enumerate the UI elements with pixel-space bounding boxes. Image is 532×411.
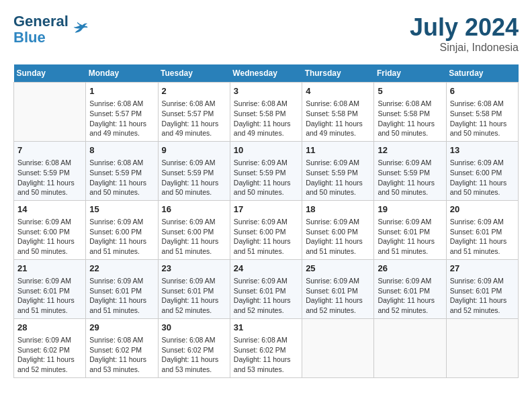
day-details: Sunrise: 6:08 AMSunset: 6:02 PMDaylight:… bbox=[89, 335, 154, 375]
day-number: 18 bbox=[306, 203, 370, 216]
day-number: 3 bbox=[234, 85, 298, 97]
calendar-cell: 23Sunrise: 6:09 AMSunset: 6:01 PMDayligh… bbox=[158, 259, 230, 318]
calendar-cell: 16Sunrise: 6:09 AMSunset: 6:00 PMDayligh… bbox=[158, 200, 230, 259]
calendar-cell: 12Sunrise: 6:09 AMSunset: 5:59 PMDayligh… bbox=[374, 141, 446, 200]
calendar-cell: 13Sunrise: 6:09 AMSunset: 6:00 PMDayligh… bbox=[446, 141, 518, 200]
day-details: Sunrise: 6:09 AMSunset: 6:01 PMDaylight:… bbox=[306, 276, 370, 316]
day-number: 21 bbox=[17, 263, 82, 275]
day-of-week-saturday: Saturday bbox=[446, 64, 518, 83]
day-number: 17 bbox=[234, 203, 298, 216]
calendar-cell: 18Sunrise: 6:09 AMSunset: 6:00 PMDayligh… bbox=[302, 200, 374, 259]
day-details: Sunrise: 6:09 AMSunset: 6:02 PMDaylight:… bbox=[17, 335, 82, 375]
day-number: 28 bbox=[17, 322, 82, 334]
calendar-cell bbox=[14, 83, 86, 142]
day-number: 20 bbox=[450, 203, 515, 216]
week-row-5: 28Sunrise: 6:09 AMSunset: 6:02 PMDayligh… bbox=[14, 318, 519, 377]
day-number: 30 bbox=[162, 322, 226, 334]
calendar-cell: 22Sunrise: 6:09 AMSunset: 6:01 PMDayligh… bbox=[86, 259, 158, 318]
day-details: Sunrise: 6:09 AMSunset: 6:01 PMDaylight:… bbox=[378, 217, 442, 257]
day-of-week-friday: Friday bbox=[374, 64, 446, 83]
calendar-cell: 21Sunrise: 6:09 AMSunset: 6:01 PMDayligh… bbox=[14, 259, 86, 318]
calendar-cell: 1Sunrise: 6:08 AMSunset: 5:57 PMDaylight… bbox=[86, 83, 158, 142]
day-number: 9 bbox=[162, 144, 226, 156]
day-details: Sunrise: 6:09 AMSunset: 6:01 PMDaylight:… bbox=[162, 276, 226, 316]
day-details: Sunrise: 6:08 AMSunset: 5:58 PMDaylight:… bbox=[450, 99, 515, 138]
day-details: Sunrise: 6:09 AMSunset: 6:00 PMDaylight:… bbox=[234, 217, 298, 257]
day-number: 29 bbox=[89, 322, 154, 334]
day-details: Sunrise: 6:09 AMSunset: 5:59 PMDaylight:… bbox=[162, 158, 226, 197]
day-details: Sunrise: 6:09 AMSunset: 6:01 PMDaylight:… bbox=[89, 276, 154, 316]
calendar-cell: 30Sunrise: 6:08 AMSunset: 6:02 PMDayligh… bbox=[158, 318, 230, 377]
calendar-cell: 28Sunrise: 6:09 AMSunset: 6:02 PMDayligh… bbox=[14, 318, 86, 377]
day-number: 6 bbox=[450, 85, 515, 97]
day-number: 13 bbox=[450, 144, 515, 156]
day-details: Sunrise: 6:09 AMSunset: 5:59 PMDaylight:… bbox=[234, 158, 298, 197]
day-details: Sunrise: 6:09 AMSunset: 6:00 PMDaylight:… bbox=[162, 217, 226, 257]
calendar-cell: 10Sunrise: 6:09 AMSunset: 5:59 PMDayligh… bbox=[230, 141, 302, 200]
day-details: Sunrise: 6:08 AMSunset: 5:59 PMDaylight:… bbox=[89, 158, 154, 197]
day-of-week-monday: Monday bbox=[86, 64, 158, 83]
day-details: Sunrise: 6:08 AMSunset: 5:59 PMDaylight:… bbox=[17, 158, 82, 197]
calendar-cell: 4Sunrise: 6:08 AMSunset: 5:58 PMDaylight… bbox=[302, 83, 374, 142]
day-number: 5 bbox=[378, 85, 442, 97]
calendar-cell: 15Sunrise: 6:09 AMSunset: 6:00 PMDayligh… bbox=[86, 200, 158, 259]
day-number: 10 bbox=[234, 144, 298, 156]
day-details: Sunrise: 6:09 AMSunset: 6:01 PMDaylight:… bbox=[234, 276, 298, 316]
calendar-cell: 17Sunrise: 6:09 AMSunset: 6:00 PMDayligh… bbox=[230, 200, 302, 259]
day-number: 19 bbox=[378, 203, 442, 216]
calendar-cell: 26Sunrise: 6:09 AMSunset: 6:01 PMDayligh… bbox=[374, 259, 446, 318]
day-details: Sunrise: 6:09 AMSunset: 5:59 PMDaylight:… bbox=[378, 158, 442, 197]
calendar-cell: 7Sunrise: 6:08 AMSunset: 5:59 PMDaylight… bbox=[14, 141, 86, 200]
title-block: July 2024 Sinjai, Indonesia bbox=[410, 13, 519, 54]
day-of-week-tuesday: Tuesday bbox=[158, 64, 230, 83]
day-details: Sunrise: 6:09 AMSunset: 6:01 PMDaylight:… bbox=[17, 276, 82, 316]
calendar-cell: 19Sunrise: 6:09 AMSunset: 6:01 PMDayligh… bbox=[374, 200, 446, 259]
calendar-cell: 6Sunrise: 6:08 AMSunset: 5:58 PMDaylight… bbox=[446, 83, 518, 142]
day-details: Sunrise: 6:09 AMSunset: 6:00 PMDaylight:… bbox=[306, 217, 370, 257]
day-number: 25 bbox=[306, 263, 370, 275]
calendar-header: SundayMondayTuesdayWednesdayThursdayFrid… bbox=[14, 64, 519, 83]
calendar-cell: 31Sunrise: 6:08 AMSunset: 6:02 PMDayligh… bbox=[230, 318, 302, 377]
day-details: Sunrise: 6:08 AMSunset: 6:02 PMDaylight:… bbox=[234, 335, 298, 375]
logo-text: GeneralBlue bbox=[13, 13, 69, 46]
day-details: Sunrise: 6:09 AMSunset: 6:01 PMDaylight:… bbox=[450, 276, 515, 316]
day-details: Sunrise: 6:08 AMSunset: 5:58 PMDaylight:… bbox=[378, 99, 442, 138]
day-number: 1 bbox=[89, 85, 154, 97]
week-row-2: 7Sunrise: 6:08 AMSunset: 5:59 PMDaylight… bbox=[14, 141, 519, 200]
day-details: Sunrise: 6:08 AMSunset: 5:57 PMDaylight:… bbox=[162, 99, 226, 138]
day-of-week-wednesday: Wednesday bbox=[230, 64, 302, 83]
calendar-cell bbox=[302, 318, 374, 377]
days-of-week-row: SundayMondayTuesdayWednesdayThursdayFrid… bbox=[14, 64, 519, 83]
calendar-cell: 2Sunrise: 6:08 AMSunset: 5:57 PMDaylight… bbox=[158, 83, 230, 142]
calendar-cell: 25Sunrise: 6:09 AMSunset: 6:01 PMDayligh… bbox=[302, 259, 374, 318]
day-number: 26 bbox=[378, 263, 442, 275]
day-details: Sunrise: 6:09 AMSunset: 5:59 PMDaylight:… bbox=[306, 158, 370, 197]
day-details: Sunrise: 6:08 AMSunset: 5:57 PMDaylight:… bbox=[89, 99, 154, 138]
day-number: 8 bbox=[89, 144, 154, 156]
day-number: 4 bbox=[306, 85, 370, 97]
week-row-1: 1Sunrise: 6:08 AMSunset: 5:57 PMDaylight… bbox=[14, 83, 519, 142]
calendar-body: 1Sunrise: 6:08 AMSunset: 5:57 PMDaylight… bbox=[14, 83, 519, 378]
day-number: 15 bbox=[89, 203, 154, 216]
day-details: Sunrise: 6:09 AMSunset: 6:01 PMDaylight:… bbox=[378, 276, 442, 316]
day-number: 16 bbox=[162, 203, 226, 216]
calendar-cell: 27Sunrise: 6:09 AMSunset: 6:01 PMDayligh… bbox=[446, 259, 518, 318]
day-details: Sunrise: 6:09 AMSunset: 6:00 PMDaylight:… bbox=[89, 217, 154, 257]
day-number: 27 bbox=[450, 263, 515, 275]
day-number: 23 bbox=[162, 263, 226, 275]
logo-bird-icon bbox=[70, 20, 89, 39]
day-number: 7 bbox=[17, 144, 82, 156]
day-of-week-sunday: Sunday bbox=[14, 64, 86, 83]
day-number: 24 bbox=[234, 263, 298, 275]
day-details: Sunrise: 6:08 AMSunset: 6:02 PMDaylight:… bbox=[162, 335, 226, 375]
calendar-cell: 11Sunrise: 6:09 AMSunset: 5:59 PMDayligh… bbox=[302, 141, 374, 200]
calendar-cell: 5Sunrise: 6:08 AMSunset: 5:58 PMDaylight… bbox=[374, 83, 446, 142]
week-row-4: 21Sunrise: 6:09 AMSunset: 6:01 PMDayligh… bbox=[14, 259, 519, 318]
day-details: Sunrise: 6:09 AMSunset: 6:00 PMDaylight:… bbox=[17, 217, 82, 257]
calendar-cell: 29Sunrise: 6:08 AMSunset: 6:02 PMDayligh… bbox=[86, 318, 158, 377]
calendar-cell: 14Sunrise: 6:09 AMSunset: 6:00 PMDayligh… bbox=[14, 200, 86, 259]
day-of-week-thursday: Thursday bbox=[302, 64, 374, 83]
calendar-title: July 2024 bbox=[410, 13, 519, 42]
calendar-table: SundayMondayTuesdayWednesdayThursdayFrid… bbox=[13, 64, 519, 378]
day-details: Sunrise: 6:08 AMSunset: 5:58 PMDaylight:… bbox=[306, 99, 370, 138]
